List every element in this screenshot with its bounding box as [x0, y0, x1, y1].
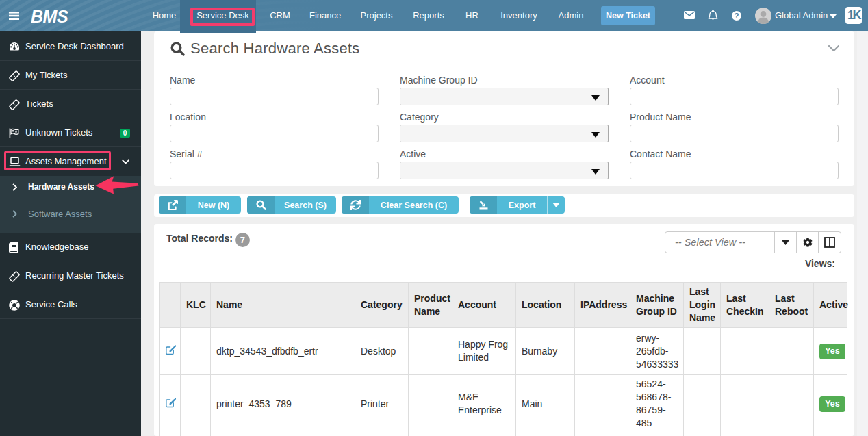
- svg-text:?: ?: [734, 12, 739, 20]
